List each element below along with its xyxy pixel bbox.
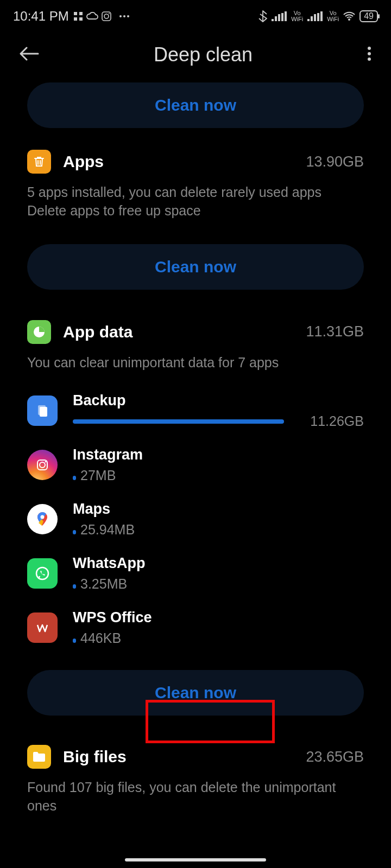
cloud-icon [86,12,98,21]
clean-now-label: Clean now [155,96,236,114]
apps-description: 5 apps installed, you can delete rarely … [27,183,364,220]
clean-now-button-apps[interactable]: Clean now [27,244,364,290]
app-item-backup[interactable]: Backup 11.26GB [27,384,364,438]
svg-point-9 [127,15,129,17]
maps-app-icon [27,504,58,534]
vowifi-indicator-2: VoWiFi [327,10,339,22]
bigfiles-description: Found 107 big files, you can delete the … [27,778,364,815]
signal-icon [272,11,287,21]
appdata-title: App data [63,323,294,341]
folder-icon [27,745,51,769]
piechart-icon [27,320,51,344]
app-name: WhatsApp [73,555,364,572]
more-dots-icon [119,15,130,18]
app-name: WPS Office [73,609,364,626]
app-name: Backup [73,392,364,409]
app-name: Maps [73,501,364,518]
instagram-icon [102,11,111,21]
wps-app-icon [27,612,58,643]
apps-size: 13.90GB [306,154,364,170]
gesture-bar[interactable] [125,858,266,861]
status-time: 10:41 PM [13,9,69,24]
app-size: 446KB [80,630,121,646]
bigfiles-size: 23.65GB [306,749,364,765]
svg-rect-2 [74,17,77,21]
bigfiles-section: Big files 23.65GB Found 107 big files, y… [0,745,391,815]
bigfiles-title: Big files [63,748,294,766]
bluetooth-icon [258,10,267,23]
svg-point-19 [41,515,45,519]
app-size: 27MB [80,468,116,483]
apps-title: Apps [63,152,294,171]
svg-point-8 [123,15,125,17]
signal-icon-2 [307,11,323,21]
status-bar: 10:41 PM VoWiFi VoWiFi 49 [0,0,391,33]
appdata-section: App data 11.31GB You can clear unimporta… [0,320,391,655]
whatsapp-app-icon [27,558,58,589]
svg-point-18 [45,461,47,463]
clean-now-button-top[interactable]: Clean now [27,82,364,128]
app-item-instagram[interactable]: Instagram 27MB [27,438,364,492]
svg-rect-0 [74,12,77,15]
svg-rect-15 [40,407,47,417]
slack-icon [73,11,83,21]
app-size: 11.26GB [310,413,364,429]
trash-icon [27,150,51,174]
back-button[interactable] [20,46,39,63]
app-item-whatsapp[interactable]: WhatsApp 3.25MB [27,546,364,601]
backup-app-icon [27,395,58,426]
battery-indicator: 49 [360,10,378,22]
svg-point-11 [368,52,371,55]
svg-point-17 [40,462,45,468]
svg-point-7 [119,15,122,17]
appdata-description: You can clear unimportant data for 7 app… [27,354,364,372]
page-title: Deep clean [39,43,367,66]
svg-point-20 [36,567,48,579]
svg-point-12 [368,58,371,61]
instagram-app-icon [27,450,58,480]
apps-section: Apps 13.90GB 5 apps installed, you can d… [0,150,391,220]
app-item-wps[interactable]: WPS Office 446KB [27,601,364,655]
page-header: Deep clean [0,33,391,82]
svg-rect-1 [79,12,83,15]
appdata-size: 11.31GB [306,323,364,340]
svg-point-6 [109,13,110,14]
svg-rect-3 [79,17,83,21]
vowifi-indicator: VoWiFi [291,10,303,22]
clean-now-label: Clean now [155,684,236,702]
app-item-maps[interactable]: Maps 25.94MB [27,492,364,546]
wifi-icon [343,11,355,21]
svg-point-10 [368,47,371,50]
app-size: 25.94MB [80,522,135,537]
app-size: 3.25MB [80,576,127,591]
more-menu-button[interactable] [367,46,371,63]
svg-point-5 [104,14,109,18]
app-name: Instagram [73,446,364,463]
clean-now-button-appdata[interactable]: Clean now [27,670,364,716]
clean-now-label: Clean now [155,258,236,276]
